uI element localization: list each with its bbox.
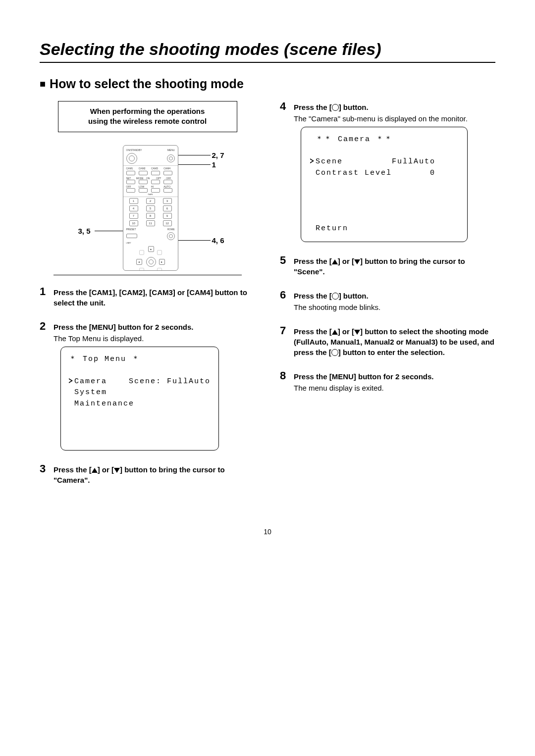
- wireless-note: When performing the operations using the…: [58, 101, 237, 132]
- down-icon: [114, 468, 120, 473]
- step-text: Press the [CAM1], [CAM2], [CAM3] or [CAM…: [54, 288, 247, 307]
- camera-menu-display: ＊＊ Camera ＊＊ Scene FullAuto Contrast Lev…: [301, 127, 468, 242]
- step-number: 1: [40, 286, 49, 308]
- power-button-icon: [126, 153, 137, 164]
- cursor-icon: [310, 158, 315, 163]
- callout-4-6: 4, 6: [212, 236, 224, 245]
- step-number: 7: [280, 325, 289, 357]
- cam2-label: CAM2: [139, 167, 150, 170]
- gain-label: GAIN: [126, 193, 175, 196]
- page-title: Selecting the shooting modes (scene file…: [40, 40, 495, 63]
- step-1: 1 Press the [CAM1], [CAM2], [CAM3] or [C…: [40, 286, 255, 308]
- step-3: 3 Press the [] or [] button to bring the…: [40, 463, 255, 485]
- menu-label: MENU: [167, 149, 175, 151]
- step-detail: The "Camera" sub-menu is displayed on th…: [294, 113, 468, 124]
- cam1-label: CAM1: [126, 167, 137, 170]
- step-number: 5: [280, 255, 289, 277]
- menu-button-icon: [167, 154, 175, 162]
- circle-icon: [332, 104, 339, 111]
- step-detail: The menu display is exited.: [294, 383, 434, 393]
- down-icon: [354, 330, 360, 335]
- step-5: 5 Press the [] or [] button to bring the…: [280, 255, 495, 277]
- step-4: 4 Press the [] button. The "Camera" sub-…: [280, 101, 495, 242]
- cam4-label: CAM4: [163, 167, 174, 170]
- step-number: 8: [280, 370, 289, 393]
- step-7: 7 Press the [] or [] button to select th…: [280, 325, 495, 357]
- up-icon: [92, 468, 98, 473]
- remote-diagram: 2, 7 1 3, 5 4, 6 ON/STANDBY MENU: [54, 141, 242, 275]
- up-icon: [332, 330, 338, 335]
- step-2: 2 Press the [MENU] button for 2 seconds.…: [40, 321, 255, 451]
- cam3-label: CAM3: [151, 167, 162, 170]
- preset-label: PRESET: [126, 228, 136, 231]
- callout-1: 1: [212, 160, 216, 169]
- callout-2-7: 2, 7: [212, 151, 224, 159]
- remote-outline: ON/STANDBY MENU CAM1 CAM2 CAM3: [123, 145, 178, 271]
- page-number: 10: [40, 528, 495, 536]
- step-8: 8 Press the [MENU] button for 2 seconds.…: [280, 370, 495, 393]
- circle-icon: [332, 293, 339, 300]
- section-title: How to select the shooting mode: [40, 77, 495, 91]
- step-text: Press the [MENU] button for 2 seconds.: [54, 322, 219, 332]
- limit-label: LIMIT: [126, 242, 175, 244]
- cursor-icon: [69, 378, 74, 383]
- dpad-icon: ▴ ▾ ◂ ▸: [126, 246, 175, 271]
- step-text: Press the [MENU] button for 2 seconds.: [294, 371, 434, 382]
- step-detail: The shooting mode blinks.: [294, 302, 380, 312]
- up-icon: [332, 259, 338, 264]
- step-number: 3: [40, 463, 49, 485]
- note-line1: When performing the operations: [68, 106, 227, 116]
- step-number: 2: [40, 321, 49, 451]
- note-line2: using the wireless remote control: [68, 116, 227, 126]
- callout-3-5: 3, 5: [78, 227, 91, 235]
- step-6: 6 Press the [] button. The shooting mode…: [280, 290, 495, 312]
- step-number: 6: [280, 290, 289, 312]
- top-menu-display: ＊ Top Menu ＊ Camera Scene: FullAuto Syst…: [60, 347, 219, 451]
- circle-icon: [331, 349, 338, 356]
- step-number: 4: [280, 101, 289, 242]
- on-standby-label: ON/STANDBY: [126, 149, 142, 151]
- down-icon: [354, 259, 360, 264]
- step-detail: The Top Menu is displayed.: [54, 333, 219, 344]
- home-label: HOME: [167, 228, 175, 231]
